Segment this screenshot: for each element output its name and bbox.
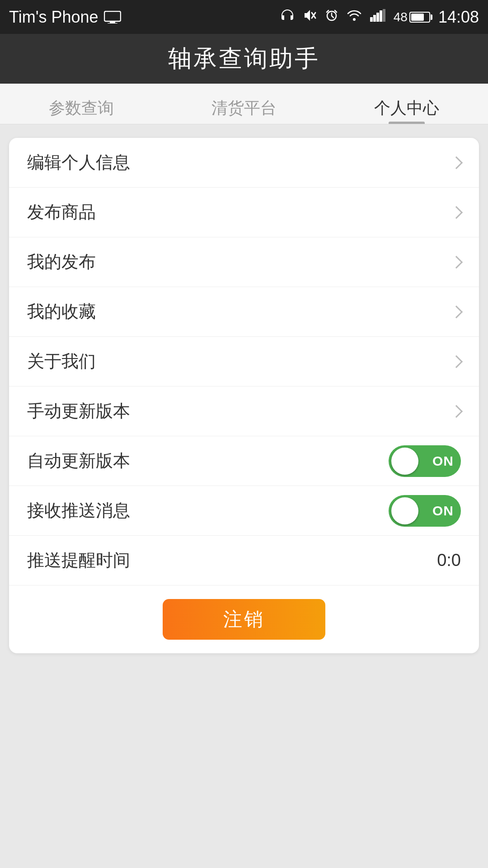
chevron-my-favorites bbox=[450, 305, 463, 318]
menu-item-publish-product[interactable]: 发布商品 bbox=[9, 188, 479, 237]
wifi-icon bbox=[347, 9, 362, 25]
menu-label-my-publish: 我的发布 bbox=[27, 250, 96, 274]
menu-item-my-publish[interactable]: 我的发布 bbox=[9, 237, 479, 287]
menu-label-publish-product: 发布商品 bbox=[27, 201, 96, 224]
menu-item-push-time[interactable]: 推送提醒时间 0:0 bbox=[9, 536, 479, 585]
menu-label-my-favorites: 我的收藏 bbox=[27, 300, 96, 323]
svg-rect-7 bbox=[373, 15, 376, 22]
cancel-btn-wrapper: 注销 bbox=[9, 585, 479, 653]
svg-rect-10 bbox=[383, 9, 385, 22]
toggle-receive-push-label: ON bbox=[432, 503, 454, 519]
svg-rect-9 bbox=[380, 10, 382, 22]
alarm-icon bbox=[325, 9, 338, 25]
menu-label-about-us: 关于我们 bbox=[27, 350, 96, 373]
chevron-my-publish bbox=[450, 255, 463, 268]
status-time: 14:08 bbox=[438, 8, 479, 27]
tab-clearance[interactable]: 清货平台 bbox=[163, 84, 325, 124]
menu-item-receive-push[interactable]: 接收推送消息 ON bbox=[9, 486, 479, 536]
battery-level: 48 bbox=[394, 10, 408, 24]
app-header: 轴承查询助手 bbox=[0, 34, 488, 84]
app-title: 轴承查询助手 bbox=[168, 43, 320, 75]
status-left: Tim's Phone bbox=[9, 8, 121, 27]
tab-profile[interactable]: 个人中心 bbox=[325, 84, 488, 124]
status-bar: Tim's Phone bbox=[0, 0, 488, 34]
phone-name: Tim's Phone bbox=[9, 8, 99, 27]
menu-item-auto-update[interactable]: 自动更新版本 ON bbox=[9, 436, 479, 486]
push-time-value: 0:0 bbox=[437, 551, 461, 570]
tab-params[interactable]: 参数查询 bbox=[0, 84, 163, 124]
chevron-edit-profile bbox=[450, 156, 463, 169]
mute-icon bbox=[303, 9, 317, 25]
svg-rect-1 bbox=[110, 21, 115, 23]
menu-item-edit-profile[interactable]: 编辑个人信息 bbox=[9, 138, 479, 188]
toggle-auto-update-label: ON bbox=[432, 453, 454, 469]
menu-label-push-time: 推送提醒时间 bbox=[27, 549, 130, 572]
svg-rect-8 bbox=[376, 13, 379, 22]
svg-rect-2 bbox=[108, 23, 117, 24]
headphone-icon bbox=[280, 9, 295, 25]
battery-box bbox=[409, 12, 430, 23]
content-area: 编辑个人信息 发布商品 我的发布 我的收藏 关于我们 手动更新版本 bbox=[0, 124, 488, 868]
menu-label-auto-update: 自动更新版本 bbox=[27, 449, 130, 472]
toggle-auto-update-wrapper: ON bbox=[389, 445, 461, 477]
menu-item-my-favorites[interactable]: 我的收藏 bbox=[9, 287, 479, 337]
menu-item-manual-update[interactable]: 手动更新版本 bbox=[9, 387, 479, 436]
toggle-receive-push-knob bbox=[391, 497, 418, 524]
chevron-about-us bbox=[450, 355, 463, 368]
svg-rect-0 bbox=[104, 11, 121, 21]
toggle-receive-push[interactable]: ON bbox=[389, 495, 461, 527]
settings-card: 编辑个人信息 发布商品 我的发布 我的收藏 关于我们 手动更新版本 bbox=[9, 138, 479, 653]
toggle-auto-update[interactable]: ON bbox=[389, 445, 461, 477]
menu-label-edit-profile: 编辑个人信息 bbox=[27, 151, 130, 174]
toggle-receive-push-wrapper: ON bbox=[389, 495, 461, 527]
status-right: 48 14:08 bbox=[280, 8, 479, 27]
toggle-auto-update-knob bbox=[391, 448, 418, 475]
battery-indicator: 48 bbox=[394, 10, 430, 24]
menu-label-manual-update: 手动更新版本 bbox=[27, 400, 130, 423]
chevron-publish-product bbox=[450, 206, 463, 218]
chevron-manual-update bbox=[450, 405, 463, 417]
cancel-button[interactable]: 注销 bbox=[163, 599, 325, 640]
tab-bar: 参数查询 清货平台 个人中心 bbox=[0, 84, 488, 124]
menu-item-about-us[interactable]: 关于我们 bbox=[9, 337, 479, 387]
svg-rect-6 bbox=[370, 17, 373, 22]
signal-icon bbox=[370, 9, 385, 25]
screen-icon bbox=[104, 11, 121, 24]
battery-fill bbox=[411, 14, 424, 21]
menu-label-receive-push: 接收推送消息 bbox=[27, 499, 130, 522]
